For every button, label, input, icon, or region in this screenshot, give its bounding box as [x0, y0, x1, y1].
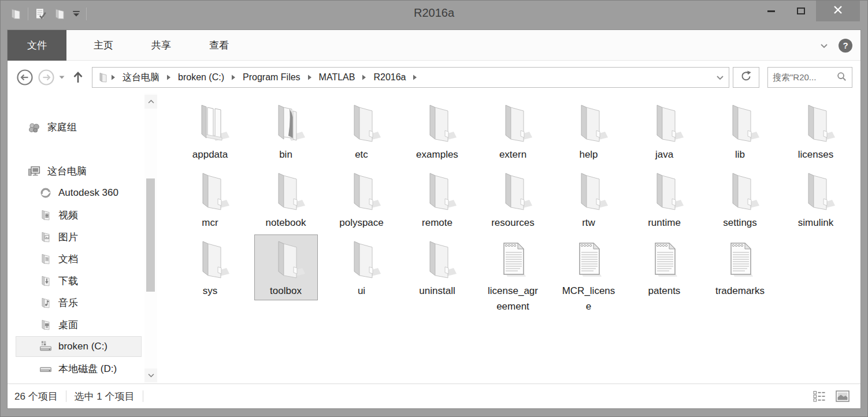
- folder-icon: [793, 101, 839, 146]
- file-item[interactable]: toolbox: [248, 230, 324, 298]
- breadcrumb-arrow-icon[interactable]: [411, 74, 418, 81]
- help-button[interactable]: ?: [839, 39, 852, 53]
- close-icon: [833, 5, 843, 17]
- file-item[interactable]: sys: [172, 230, 248, 298]
- file-item[interactable]: licenses: [778, 94, 854, 162]
- file-item[interactable]: ui: [324, 230, 399, 298]
- sidebar-scrollbar[interactable]: [144, 94, 157, 384]
- file-item[interactable]: runtime: [626, 162, 702, 230]
- folder-icon: [187, 237, 233, 282]
- recent-locations-dropdown-icon[interactable]: [58, 75, 65, 80]
- address-dropdown-icon[interactable]: [713, 72, 724, 83]
- sidebar-item[interactable]: 家庭组: [8, 116, 144, 138]
- scroll-up-icon[interactable]: [144, 95, 157, 109]
- file-item-label: etc: [335, 147, 388, 162]
- address-row: 这台电脑broken (C:)Program FilesMATLABR2016a…: [8, 61, 860, 94]
- file-item-label: runtime: [638, 215, 691, 230]
- file-grid: appdatabinetcexamplesexternhelpjavalibli…: [172, 94, 855, 384]
- file-item[interactable]: appdata: [172, 94, 248, 162]
- minimize-button[interactable]: [756, 1, 786, 21]
- sidebar-item-label: 视频: [58, 208, 78, 222]
- breadcrumb-arrow-icon[interactable]: [361, 74, 368, 81]
- refresh-button[interactable]: [733, 67, 759, 88]
- file-item[interactable]: trademarks: [702, 230, 778, 298]
- breadcrumb-arrow-icon[interactable]: [110, 74, 117, 81]
- file-item[interactable]: polyspace: [324, 162, 399, 230]
- text-file-icon: [490, 237, 536, 282]
- address-folder-icon: [97, 72, 109, 83]
- window-body: 文件主页共享查看 ? 这台电脑broken (C:)Program FilesM…: [7, 29, 861, 409]
- file-item-label: examples: [411, 147, 464, 162]
- breadcrumb-arrow-icon[interactable]: [306, 74, 313, 81]
- close-button[interactable]: [816, 1, 860, 21]
- sidebar-list: 家庭组这台电脑Autodesk 360视频图片文档下载音乐桌面broken (C…: [8, 94, 144, 384]
- file-item[interactable]: rtw: [551, 162, 626, 230]
- forward-button[interactable]: [38, 69, 55, 86]
- sidebar-item[interactable]: broken (C:): [8, 336, 144, 358]
- breadcrumb-arrow-icon[interactable]: [165, 74, 172, 81]
- file-item-label: polyspace: [335, 215, 388, 230]
- file-item[interactable]: bin: [248, 94, 324, 162]
- file-item[interactable]: uninstall: [399, 230, 475, 298]
- scroll-down-icon[interactable]: [144, 368, 157, 382]
- desktop-folder-icon: [39, 318, 52, 331]
- file-item[interactable]: examples: [399, 94, 475, 162]
- minimize-ribbon-icon[interactable]: [820, 40, 828, 51]
- file-item[interactable]: notebook: [248, 162, 324, 230]
- breadcrumb-segment[interactable]: Program Files: [237, 72, 306, 83]
- titlebar: R2016a: [1, 1, 867, 29]
- breadcrumb-segment[interactable]: R2016a: [368, 72, 411, 83]
- ribbon-tab[interactable]: 共享: [140, 30, 182, 61]
- thumbnails-view-button[interactable]: [834, 389, 851, 404]
- ribbon-tab[interactable]: 文件: [8, 30, 66, 61]
- text-file-icon: [566, 237, 612, 282]
- maximize-button[interactable]: [786, 1, 816, 21]
- sidebar-item[interactable]: 图片: [8, 226, 144, 248]
- sidebar-item[interactable]: 数据 (E:): [8, 379, 144, 384]
- file-item[interactable]: resources: [475, 162, 551, 230]
- explorer-window: R2016a 文件主页共享查看 ? 这台电脑broken (C:)Program…: [0, 0, 868, 417]
- folder-icon: [566, 101, 612, 146]
- sidebar-item[interactable]: Autodesk 360: [8, 182, 144, 204]
- ribbon-tab[interactable]: 主页: [83, 30, 124, 61]
- sidebar-item[interactable]: 桌面: [8, 314, 144, 336]
- window-controls: [756, 1, 860, 21]
- sidebar-item[interactable]: 这台电脑: [8, 160, 144, 182]
- folder-icon: [187, 169, 233, 214]
- sidebar-item[interactable]: 音乐: [8, 292, 144, 314]
- folder-icon: [490, 101, 536, 146]
- ribbon-tab[interactable]: 查看: [198, 30, 240, 61]
- scrollbar-thumb[interactable]: [146, 178, 155, 292]
- file-item[interactable]: remote: [399, 162, 475, 230]
- file-item[interactable]: settings: [702, 162, 778, 230]
- videos-folder-icon: [39, 208, 52, 221]
- details-view-button[interactable]: [811, 389, 828, 404]
- folder-icon: [414, 237, 461, 282]
- breadcrumb-segment[interactable]: broken (C:): [172, 72, 230, 83]
- address-bar[interactable]: 这台电脑broken (C:)Program FilesMATLABR2016a: [92, 67, 729, 88]
- file-item[interactable]: license_agreement: [475, 230, 551, 298]
- file-item[interactable]: help: [551, 94, 626, 162]
- file-item[interactable]: simulink: [778, 162, 854, 230]
- file-item[interactable]: patents: [626, 230, 702, 298]
- file-item[interactable]: lib: [702, 94, 778, 162]
- sidebar-item[interactable]: 视频: [8, 204, 144, 226]
- file-item[interactable]: MCR_license: [551, 230, 626, 298]
- breadcrumb-segment[interactable]: 这台电脑: [117, 72, 165, 84]
- up-button[interactable]: [72, 70, 84, 84]
- sidebar-item[interactable]: 本地磁盘 (D:): [8, 358, 144, 379]
- file-item-label: rtw: [562, 215, 615, 230]
- file-item[interactable]: etc: [324, 94, 399, 162]
- search-input[interactable]: 搜索"R20...: [767, 67, 852, 88]
- breadcrumb-arrow-icon[interactable]: [230, 74, 237, 81]
- back-button[interactable]: [16, 69, 34, 86]
- file-item-label: ui: [335, 283, 388, 299]
- breadcrumb-segment[interactable]: MATLAB: [313, 72, 361, 83]
- sidebar-item[interactable]: 下载: [8, 270, 144, 292]
- file-item[interactable]: extern: [475, 94, 551, 162]
- window-title: R2016a: [1, 6, 867, 20]
- sidebar-item[interactable]: 文档: [8, 248, 144, 270]
- file-item[interactable]: java: [626, 94, 702, 162]
- file-item[interactable]: mcr: [172, 162, 248, 230]
- status-bar: 26 个项目 选中 1 个项目: [8, 384, 860, 408]
